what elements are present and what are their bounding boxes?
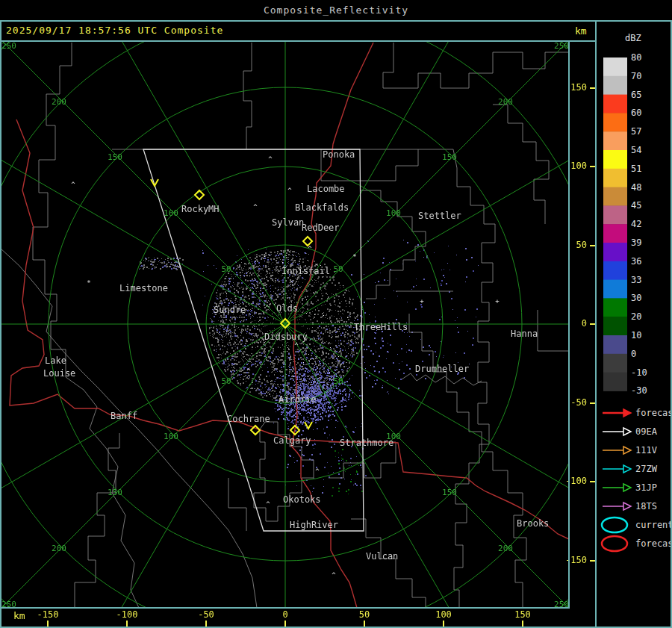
colorbar-value-label: 10	[631, 330, 641, 341]
colorbar-swatch	[603, 187, 627, 206]
timestamp-label: 2025/09/17 18:57:56 UTC Composite	[6, 25, 223, 36]
legend-ellipse-icon	[602, 517, 627, 532]
county-boundary	[409, 314, 493, 470]
window-border-left	[0, 20, 1, 628]
bottom-axis: km -150-100-50050100150	[0, 608, 596, 627]
azimuth-spoke	[285, 324, 509, 608]
colorbar-swatch	[603, 354, 627, 373]
colorbar-swatch	[603, 57, 627, 76]
colorbar-swatch	[603, 169, 627, 187]
storm-vector-arrow-icon	[305, 422, 312, 429]
range-ring-label: 100	[164, 208, 178, 218]
colorbar-value-label: 36	[631, 256, 641, 267]
legend-row-label: forecast	[635, 538, 672, 549]
colorbar-value-label: -10	[631, 367, 647, 378]
range-ring-label: 50	[333, 264, 343, 274]
colorbar-swatch	[603, 95, 627, 114]
range-ring-label: 100	[386, 208, 401, 218]
legend-panel: dBZ 807065605754514845423936333020100-10…	[597, 21, 672, 627]
town-star-marker: *	[352, 253, 356, 261]
colorbar-swatch	[603, 317, 627, 335]
bottom-axis-tick-label: -100	[105, 609, 149, 620]
colorbar-swatch	[603, 205, 627, 224]
legend-arrowhead-icon	[623, 484, 631, 491]
axis-unit-bottom-label: km	[13, 610, 25, 621]
town-plus-marker: +	[495, 297, 500, 305]
range-ring-label: 100	[164, 432, 178, 441]
azimuth-spoke	[61, 324, 285, 608]
legend-row-label: 111V	[635, 445, 657, 456]
city-label-lacombe: Lacombe	[307, 184, 345, 194]
range-ring-label: 150	[442, 152, 457, 162]
legend-row-label: 31JP	[635, 482, 657, 493]
colorbar-swatch	[603, 113, 627, 131]
city-label-stettler: Stettler	[418, 211, 461, 221]
town-caret-marker: ^	[289, 280, 293, 287]
city-label-reddeer: RedDeer	[302, 223, 340, 233]
colorbar-swatch	[603, 335, 627, 354]
town-caret-marker: ^	[246, 367, 251, 375]
city-label-banff: Banff	[111, 411, 137, 421]
city-label-strathmore: Strathmore	[340, 438, 393, 448]
county-boundary	[493, 105, 549, 224]
city-label-okotoks: Okotoks	[283, 494, 321, 505]
colorbar-value-label: 60	[631, 108, 641, 118]
legend-arrowhead-icon	[623, 428, 631, 435]
legend-row-label: 27ZW	[635, 464, 658, 474]
bottom-axis-tick	[364, 621, 365, 627]
town-caret-marker: ^	[287, 187, 292, 194]
county-boundary	[402, 373, 482, 385]
colorbar-swatch	[603, 150, 627, 169]
range-ring-label: 250	[1, 42, 16, 51]
town-caret-marker: ^	[315, 467, 320, 475]
bottom-axis-tick	[47, 621, 49, 627]
radar-map-viewport[interactable]: 5050505010010010010015015015015020020020…	[1, 42, 569, 608]
colorbar-swatch	[603, 224, 627, 243]
legend-arrowhead-icon	[623, 465, 631, 473]
county-boundary	[75, 433, 119, 608]
bottom-axis-tick	[126, 621, 128, 627]
bottom-axis-tick-label: -150	[25, 609, 70, 620]
colorbar-value-label: 30	[631, 293, 641, 303]
bottom-axis-tick-label: 150	[500, 609, 545, 620]
county-boundary	[383, 43, 569, 88]
colorbar-value-label: 57	[631, 126, 641, 137]
colorbar-value-label: 45	[631, 200, 641, 211]
colorbar-value-label: 70	[631, 71, 641, 81]
range-ring-label: 50	[333, 376, 343, 386]
town-caret-marker: ^	[308, 245, 312, 252]
city-label-lake: Lake	[45, 355, 66, 366]
town-caret-marker: ^	[268, 155, 273, 163]
range-ring-label: 50	[221, 376, 231, 386]
city-label-vulcan: Vulcan	[366, 551, 398, 562]
colorbar-value-label: 42	[631, 219, 641, 229]
title-bar: Composite_Reflectivity	[0, 0, 672, 20]
colorbar-swatch	[603, 298, 627, 317]
map-border-right	[568, 40, 570, 609]
highway-line	[10, 119, 569, 539]
range-ring-label: 150	[108, 152, 122, 162]
legend-row-label: 09EA	[635, 426, 658, 437]
colorbar-value-label: 48	[631, 182, 641, 193]
legend-arrowhead-icon	[623, 503, 631, 510]
town-plus-marker: +	[420, 297, 424, 305]
colorbar-value-label: 51	[631, 164, 641, 174]
map-overlay-layer: 5050505010010010010015015015015020020020…	[1, 42, 569, 608]
town-caret-marker: ^	[253, 203, 258, 211]
county-boundary	[243, 43, 252, 149]
bottom-axis-tick-label: 100	[421, 609, 466, 620]
colorbar-value-label: 54	[631, 145, 641, 155]
city-label-blackfalds: Blackfalds	[295, 202, 349, 213]
panel-divider	[595, 20, 597, 627]
range-ring-label: 250	[554, 42, 569, 51]
bottom-axis-tick	[205, 621, 207, 627]
city-label-cochrane: Cochrane	[227, 414, 270, 424]
city-label-highriver: HighRiver	[290, 520, 338, 530]
county-boundary	[228, 478, 246, 531]
colorbar-value-label: 39	[631, 237, 641, 248]
range-ring-label: 200	[52, 97, 66, 107]
legend-ellipse-icon	[602, 536, 627, 551]
city-label-innisfail: Innisfail	[281, 266, 330, 276]
colorbar-value-label: -30	[631, 385, 647, 396]
titlebar-divider	[0, 20, 672, 22]
